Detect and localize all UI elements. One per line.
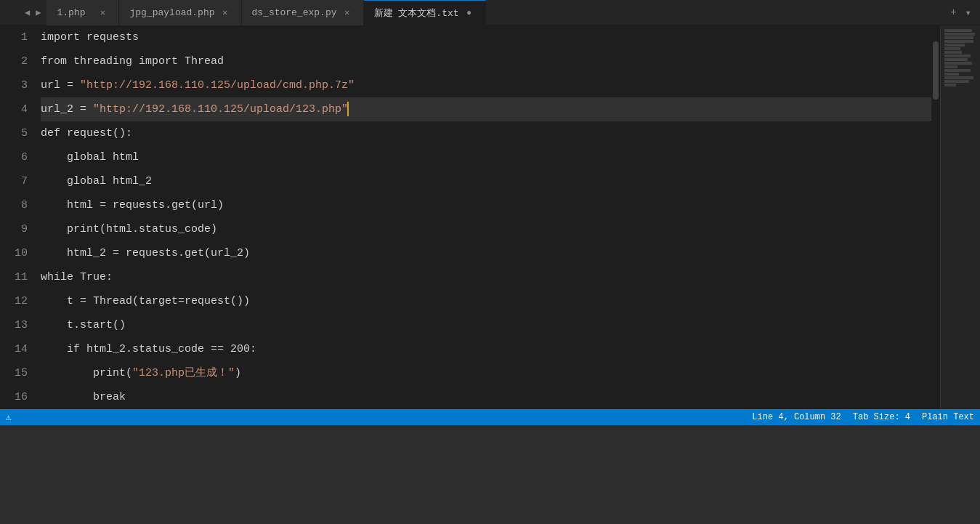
tab-jpg-payload[interactable]: jpg_payload.php ✕ — [119, 0, 241, 25]
line-num-3: 3 — [0, 73, 28, 97]
app-window: ◀ ▶ 1.php ✕ jpg_payload.php ✕ ds_store_e… — [0, 0, 980, 425]
status-bar-left: ⚠ — [6, 412, 11, 423]
code-line-9: print(html.status_code) — [41, 217, 931, 241]
code-line-10: html_2 = requests.get(url_2) — [41, 241, 931, 265]
line-num-7: 7 — [0, 169, 28, 193]
tab-ds-store[interactable]: ds_store_exp.py ✕ — [242, 0, 364, 25]
minimap-line — [944, 62, 972, 65]
code-editor[interactable]: import requests from threading import Th… — [35, 25, 931, 409]
minimap-line — [944, 33, 975, 36]
vertical-scrollbar[interactable] — [931, 25, 940, 409]
line-num-10: 10 — [0, 241, 28, 265]
tab-actions: + ▾ — [947, 7, 980, 19]
code-line-1: import requests — [41, 25, 931, 49]
scrollbar-thumb[interactable] — [933, 41, 939, 100]
tab-close-jpg-payload[interactable]: ✕ — [219, 7, 231, 18]
code-line-13: t.start() — [41, 313, 931, 337]
tab-close-txt[interactable]: ● — [463, 7, 475, 19]
tab-label: jpg_payload.php — [129, 7, 214, 18]
cursor-position[interactable]: Line 4, Column 32 — [752, 412, 841, 422]
tab-nav-prev[interactable]: ◀ — [22, 7, 33, 18]
minimap-content — [944, 28, 977, 87]
code-line-12: t = Thread(target=request()) — [41, 289, 931, 313]
language-mode[interactable]: Plain Text — [922, 412, 974, 422]
minimap-line — [944, 69, 971, 72]
source-control-icon: ⚠ — [6, 412, 11, 423]
line-num-15: 15 — [0, 361, 28, 385]
tab-size-label: Tab Size: 4 — [853, 412, 910, 422]
tab-label: 新建 文本文档.txt — [374, 7, 459, 20]
code-line-3: url = "http://192.168.110.125/upload/cmd… — [41, 73, 931, 97]
git-status[interactable]: ⚠ — [6, 412, 11, 423]
code-line-11: while True: — [41, 265, 931, 289]
tab-txt[interactable]: 新建 文本文档.txt ● — [364, 0, 486, 25]
code-line-2: from threading import Thread — [41, 49, 931, 73]
line-num-6: 6 — [0, 145, 28, 169]
tab-menu-button[interactable]: ▾ — [963, 7, 974, 19]
line-num-8: 8 — [0, 193, 28, 217]
code-line-14: if html_2.status_code == 200: — [41, 337, 931, 361]
minimap-line — [944, 65, 957, 68]
tab-prev-next: ◀ ▶ — [22, 7, 44, 18]
minimap-line — [944, 29, 972, 32]
minimap-line — [944, 76, 973, 79]
language-label: Plain Text — [922, 412, 974, 422]
tab-close-1php[interactable]: ✕ — [97, 7, 108, 18]
line-numbers: 1 2 3 4 5 6 7 8 9 10 11 12 13 14 15 16 — [0, 25, 35, 409]
line-num-1: 1 — [0, 25, 28, 49]
minimap-line — [944, 47, 960, 50]
code-line-5: def request(): — [41, 121, 931, 145]
line-num-4: 4 — [0, 97, 28, 121]
minimap — [940, 25, 980, 409]
code-line-4: url_2 = "http://192.168.110.125/upload/1… — [41, 97, 931, 121]
minimap-line — [944, 80, 969, 83]
tab-nav-next[interactable]: ▶ — [33, 7, 44, 18]
line-num-11: 11 — [0, 265, 28, 289]
minimap-line — [944, 55, 971, 57]
minimap-line — [944, 73, 959, 76]
minimap-line — [944, 36, 973, 39]
code-line-7: global html_2 — [41, 169, 931, 193]
minimap-line — [944, 58, 968, 61]
tab-close-ds-store[interactable]: ✕ — [341, 7, 353, 18]
line-num-5: 5 — [0, 121, 28, 145]
status-bar-right: Line 4, Column 32 Tab Size: 4 Plain Text — [752, 412, 974, 422]
tab-1php[interactable]: 1.php ✕ — [46, 0, 119, 25]
line-num-9: 9 — [0, 217, 28, 241]
minimap-line — [944, 40, 973, 43]
line-num-14: 14 — [0, 337, 28, 361]
minimap-line — [944, 84, 956, 86]
tab-add-button[interactable]: + — [947, 7, 959, 18]
line-num-16: 16 — [0, 385, 28, 409]
tab-size[interactable]: Tab Size: 4 — [853, 412, 910, 422]
minimap-line — [944, 51, 962, 54]
line-num-12: 12 — [0, 289, 28, 313]
line-num-2: 2 — [0, 49, 28, 73]
editor-container: 1 2 3 4 5 6 7 8 9 10 11 12 13 14 15 16 i… — [0, 25, 980, 409]
code-line-8: html = requests.get(url) — [41, 193, 931, 217]
code-line-16: break — [41, 385, 931, 409]
status-bar: ⚠ Line 4, Column 32 Tab Size: 4 Plain Te… — [0, 409, 980, 425]
code-line-15: print("123.php已生成！") — [41, 361, 931, 385]
tab-label: ds_store_exp.py — [252, 7, 337, 18]
line-num-13: 13 — [0, 313, 28, 337]
code-line-6: global html — [41, 145, 931, 169]
tab-label: 1.php — [57, 7, 85, 18]
minimap-line — [944, 44, 965, 47]
tab-bar: ◀ ▶ 1.php ✕ jpg_payload.php ✕ ds_store_e… — [0, 0, 980, 25]
cursor-position-label: Line 4, Column 32 — [752, 412, 841, 422]
